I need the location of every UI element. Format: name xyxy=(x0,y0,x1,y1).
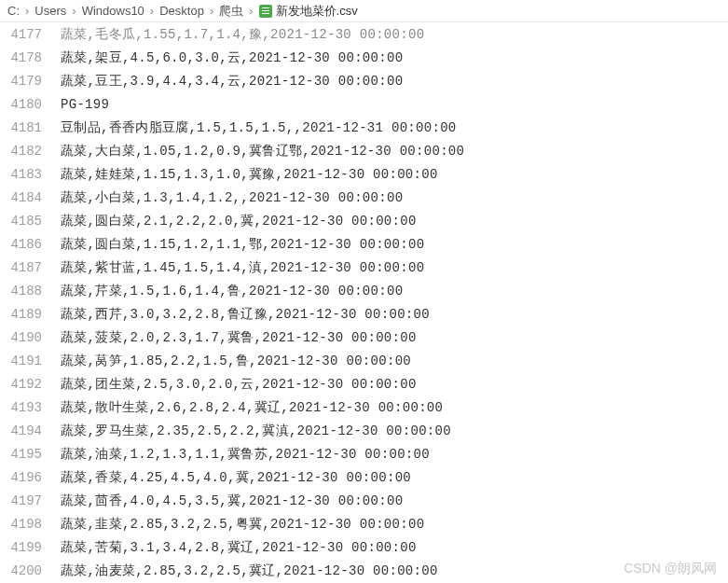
line-content[interactable]: 蔬菜,茴香,4.0,4.5,3.5,冀,2021-12-30 00:00:00 xyxy=(61,493,403,509)
line-number: 4197 xyxy=(0,493,61,508)
breadcrumb-part[interactable]: Desktop xyxy=(159,4,204,18)
editor-line[interactable]: 4194蔬菜,罗马生菜,2.35,2.5,2.2,冀滇,2021-12-30 0… xyxy=(0,419,728,442)
line-content[interactable]: 蔬菜,油麦菜,2.85,3.2,2.5,冀辽,2021-12-30 00:00:… xyxy=(61,562,438,579)
editor-line[interactable]: 4184蔬菜,小白菜,1.3,1.4,1.2,,2021-12-30 00:00… xyxy=(0,186,728,209)
editor-line[interactable]: 4178蔬菜,架豆,4.5,6.0,3.0,云,2021-12-30 00:00… xyxy=(0,46,728,69)
editor-line[interactable]: 4188蔬菜,芹菜,1.5,1.6,1.4,鲁,2021-12-30 00:00… xyxy=(0,279,728,302)
chevron-right-icon: › xyxy=(210,4,213,18)
editor-line[interactable]: 4195蔬菜,油菜,1.2,1.3,1.1,冀鲁苏,2021-12-30 00:… xyxy=(0,442,728,465)
editor-line[interactable]: 4198蔬菜,韭菜,2.85,3.2,2.5,粤冀,2021-12-30 00:… xyxy=(0,512,728,535)
line-content[interactable]: 蔬菜,大白菜,1.05,1.2,0.9,冀鲁辽鄂,2021-12-30 00:0… xyxy=(61,143,464,160)
line-content[interactable]: 蔬菜,西芹,3.0,3.2,2.8,鲁辽豫,2021-12-30 00:00:0… xyxy=(61,306,430,323)
line-number: 4180 xyxy=(0,97,61,112)
line-number: 4200 xyxy=(0,563,61,578)
editor-line[interactable]: 4199蔬菜,苦菊,3.1,3.4,2.8,冀辽,2021-12-30 00:0… xyxy=(0,535,728,559)
line-number: 4191 xyxy=(0,354,61,368)
line-number: 4198 xyxy=(0,517,61,532)
editor-line[interactable]: 4200蔬菜,油麦菜,2.85,3.2,2.5,冀辽,2021-12-30 00… xyxy=(0,559,728,582)
line-content[interactable]: 蔬菜,毛冬瓜,1.55,1.7,1.4,豫,2021-12-30 00:00:0… xyxy=(61,26,424,43)
breadcrumb-file[interactable]: 新发地菜价.csv xyxy=(276,3,358,20)
line-content[interactable]: 蔬菜,罗马生菜,2.35,2.5,2.2,冀滇,2021-12-30 00:00… xyxy=(61,423,451,439)
line-content[interactable]: 蔬菜,紫甘蓝,1.45,1.5,1.4,滇,2021-12-30 00:00:0… xyxy=(61,259,424,276)
editor-line[interactable]: 4186蔬菜,圆白菜,1.15,1.2,1.1,鄂,2021-12-30 00:… xyxy=(0,232,728,256)
line-content[interactable]: 豆制品,香香内脂豆腐,1.5,1.5,1.5,,2021-12-31 00:00… xyxy=(61,119,457,136)
line-number: 4178 xyxy=(0,50,61,65)
line-number: 4189 xyxy=(0,307,61,322)
editor-line[interactable]: 4189蔬菜,西芹,3.0,3.2,2.8,鲁辽豫,2021-12-30 00:… xyxy=(0,302,728,326)
line-number: 4182 xyxy=(0,144,61,159)
chevron-right-icon: › xyxy=(25,4,29,18)
line-content[interactable]: PG-199 xyxy=(61,97,109,112)
editor-line[interactable]: 4183蔬菜,娃娃菜,1.15,1.3,1.0,冀豫,2021-12-30 00… xyxy=(0,162,728,186)
editor-line[interactable]: 4191蔬菜,莴笋,1.85,2.2,1.5,鲁,2021-12-30 00:0… xyxy=(0,349,728,372)
editor-line[interactable]: 4179蔬菜,豆王,3.9,4.4,3.4,云,2021-12-30 00:00… xyxy=(0,69,728,92)
line-content[interactable]: 蔬菜,香菜,4.25,4.5,4.0,冀,2021-12-30 00:00:00 xyxy=(61,469,411,486)
breadcrumb-part[interactable]: Windows10 xyxy=(82,4,144,18)
line-content[interactable]: 蔬菜,韭菜,2.85,3.2,2.5,粤冀,2021-12-30 00:00:0… xyxy=(61,516,424,533)
editor-line[interactable]: 4181豆制品,香香内脂豆腐,1.5,1.5,1.5,,2021-12-31 0… xyxy=(0,116,728,139)
line-content[interactable]: 蔬菜,苦菊,3.1,3.4,2.8,冀辽,2021-12-30 00:00:00 xyxy=(61,539,417,556)
line-content[interactable]: 蔬菜,团生菜,2.5,3.0,2.0,云,2021-12-30 00:00:00 xyxy=(61,376,417,393)
line-content[interactable]: 蔬菜,小白菜,1.3,1.4,1.2,,2021-12-30 00:00:00 xyxy=(61,189,403,206)
breadcrumb-part[interactable]: C: xyxy=(7,4,20,18)
editor-line[interactable]: 4177蔬菜,毛冬瓜,1.55,1.7,1.4,豫,2021-12-30 00:… xyxy=(0,22,728,46)
line-number: 4188 xyxy=(0,284,61,298)
line-number: 4183 xyxy=(0,167,61,182)
editor-area[interactable]: 4177蔬菜,毛冬瓜,1.55,1.7,1.4,豫,2021-12-30 00:… xyxy=(0,22,728,583)
breadcrumb-part[interactable]: 爬虫 xyxy=(219,3,243,20)
line-number: 4192 xyxy=(0,377,61,392)
editor-line[interactable]: 4182蔬菜,大白菜,1.05,1.2,0.9,冀鲁辽鄂,2021-12-30 … xyxy=(0,139,728,162)
line-number: 4187 xyxy=(0,260,61,275)
line-number: 4195 xyxy=(0,447,61,462)
editor-line[interactable]: 4190蔬菜,菠菜,2.0,2.3,1.7,冀鲁,2021-12-30 00:0… xyxy=(0,326,728,349)
editor-line[interactable]: 4193蔬菜,散叶生菜,2.6,2.8,2.4,冀辽,2021-12-30 00… xyxy=(0,396,728,419)
line-content[interactable]: 蔬菜,芹菜,1.5,1.6,1.4,鲁,2021-12-30 00:00:00 xyxy=(61,283,403,299)
editor-line[interactable]: 4197蔬菜,茴香,4.0,4.5,3.5,冀,2021-12-30 00:00… xyxy=(0,489,728,512)
editor-line[interactable]: 4196蔬菜,香菜,4.25,4.5,4.0,冀,2021-12-30 00:0… xyxy=(0,465,728,489)
line-content[interactable]: 蔬菜,莴笋,1.85,2.2,1.5,鲁,2021-12-30 00:00:00 xyxy=(61,353,411,369)
line-number: 4181 xyxy=(0,120,61,135)
line-number: 4196 xyxy=(0,470,61,485)
line-number: 4193 xyxy=(0,400,61,415)
breadcrumb-part[interactable]: Users xyxy=(34,4,66,18)
editor-line[interactable]: 4187蔬菜,紫甘蓝,1.45,1.5,1.4,滇,2021-12-30 00:… xyxy=(0,256,728,279)
line-content[interactable]: 蔬菜,圆白菜,2.1,2.2,2.0,冀,2021-12-30 00:00:00 xyxy=(61,213,417,229)
line-number: 4184 xyxy=(0,190,61,205)
line-number: 4179 xyxy=(0,74,61,89)
chevron-right-icon: › xyxy=(72,4,76,18)
line-number: 4190 xyxy=(0,330,61,345)
line-content[interactable]: 蔬菜,菠菜,2.0,2.3,1.7,冀鲁,2021-12-30 00:00:00 xyxy=(61,329,417,346)
line-number: 4177 xyxy=(0,27,61,42)
line-content[interactable]: 蔬菜,油菜,1.2,1.3,1.1,冀鲁苏,2021-12-30 00:00:0… xyxy=(61,446,430,463)
chevron-right-icon: › xyxy=(249,4,253,18)
line-content[interactable]: 蔬菜,圆白菜,1.15,1.2,1.1,鄂,2021-12-30 00:00:0… xyxy=(61,236,424,253)
line-number: 4199 xyxy=(0,540,61,555)
csv-file-icon xyxy=(259,5,272,18)
editor-line[interactable]: 4180PG-199 xyxy=(0,92,728,116)
line-content[interactable]: 蔬菜,架豆,4.5,6.0,3.0,云,2021-12-30 00:00:00 xyxy=(61,49,403,66)
line-number: 4194 xyxy=(0,423,61,438)
line-content[interactable]: 蔬菜,散叶生菜,2.6,2.8,2.4,冀辽,2021-12-30 00:00:… xyxy=(61,399,443,416)
line-number: 4185 xyxy=(0,214,61,229)
line-content[interactable]: 蔬菜,娃娃菜,1.15,1.3,1.0,冀豫,2021-12-30 00:00:… xyxy=(61,166,438,183)
breadcrumb[interactable]: C: › Users › Windows10 › Desktop › 爬虫 › … xyxy=(0,0,728,22)
editor-line[interactable]: 4185蔬菜,圆白菜,2.1,2.2,2.0,冀,2021-12-30 00:0… xyxy=(0,209,728,232)
editor-line[interactable]: 4192蔬菜,团生菜,2.5,3.0,2.0,云,2021-12-30 00:0… xyxy=(0,372,728,396)
chevron-right-icon: › xyxy=(150,4,154,18)
line-content[interactable]: 蔬菜,豆王,3.9,4.4,3.4,云,2021-12-30 00:00:00 xyxy=(61,73,403,90)
line-number: 4186 xyxy=(0,237,61,252)
